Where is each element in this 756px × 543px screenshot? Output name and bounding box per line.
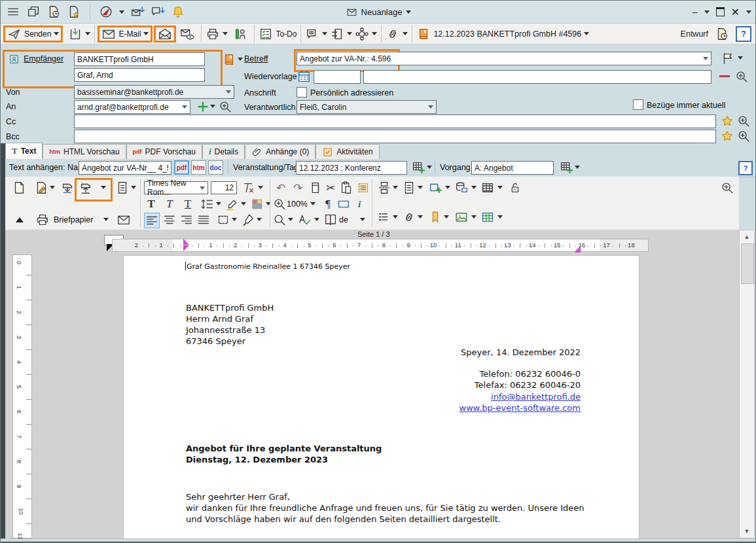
windows-icon[interactable]: [26, 5, 41, 19]
chevron-down-icon[interactable]: [427, 166, 432, 169]
chevron-down-icon[interactable]: [575, 166, 580, 169]
search-recipient-icon[interactable]: [218, 99, 232, 114]
chevron-down-icon[interactable]: [101, 186, 106, 189]
chevron-down-icon[interactable]: [322, 32, 327, 35]
save-file-button[interactable]: [67, 27, 92, 41]
chevron-down-icon[interactable]: [131, 186, 136, 189]
underline-button[interactable]: T: [181, 197, 195, 211]
navigation-compass-icon[interactable]: [99, 5, 113, 19]
clear-format-icon[interactable]: [241, 181, 255, 195]
cut-icon[interactable]: ✂: [323, 181, 338, 195]
align-center-button[interactable]: [162, 213, 177, 227]
scroll-down-button[interactable]: ▼: [740, 525, 753, 537]
workflow-button[interactable]: [353, 27, 378, 41]
chevron-down-icon[interactable]: [471, 215, 477, 219]
attach-htm-button[interactable]: htm: [191, 160, 206, 175]
favorites-star-icon[interactable]: [720, 129, 734, 143]
scroll-up-button[interactable]: ▲: [740, 231, 753, 243]
chevron-down-icon[interactable]: [50, 186, 55, 189]
references-current-checkbox[interactable]: [633, 99, 643, 110]
followup-note-field[interactable]: [363, 70, 711, 84]
chevron-down-icon[interactable]: [584, 32, 589, 35]
stationery-printer-icon[interactable]: [35, 213, 50, 227]
paste-icon[interactable]: [339, 181, 353, 195]
document-favorite-icon[interactable]: [67, 5, 81, 19]
mail-preview-icon[interactable]: [180, 27, 194, 41]
draft-document-icon[interactable]: [715, 27, 729, 41]
justify-button[interactable]: [196, 213, 211, 227]
add-recipient-icon[interactable]: [196, 99, 210, 114]
chevron-down-icon[interactable]: [216, 202, 221, 205]
page-layout-icon[interactable]: [115, 181, 130, 195]
dictionary-icon[interactable]: [323, 213, 338, 227]
chevron-down-icon[interactable]: [738, 56, 743, 60]
left-margin-marker[interactable]: [183, 239, 189, 245]
notification-bell-icon[interactable]: [171, 5, 185, 19]
align-left-button[interactable]: [144, 213, 160, 228]
close-button[interactable]: ✕: [731, 6, 740, 18]
highlighter-icon[interactable]: [225, 197, 240, 211]
new-document-icon[interactable]: [12, 181, 26, 195]
recipient-company-field[interactable]: [74, 52, 205, 66]
process-field[interactable]: [471, 161, 554, 175]
send-button[interactable]: Senden: [3, 26, 63, 43]
todo-button[interactable]: To-Do: [257, 27, 298, 41]
chevron-down-icon[interactable]: [471, 186, 477, 189]
bold-button[interactable]: T: [144, 197, 158, 211]
search-followup-icon[interactable]: [734, 69, 749, 84]
selection-frame-icon[interactable]: [216, 213, 230, 227]
followup-date-field[interactable]: [314, 70, 361, 84]
spellcheck-icon[interactable]: [297, 213, 312, 227]
collapse-toolbar-icon[interactable]: [16, 217, 24, 222]
insert-frame-icon[interactable]: [428, 181, 442, 195]
left-margin-marker[interactable]: [183, 245, 189, 251]
paragraph-marks-button[interactable]: ¶: [321, 197, 335, 211]
copy-icon[interactable]: [308, 181, 322, 195]
search-icon[interactable]: [272, 213, 287, 227]
link-button[interactable]: [384, 27, 409, 41]
recipient-contact-field[interactable]: [74, 68, 205, 82]
chevron-down-icon[interactable]: [497, 215, 503, 219]
font-family-select[interactable]: Times New Rom...: [144, 181, 208, 194]
tab-html-vorschau[interactable]: htm HTML Vorschau: [43, 144, 126, 159]
minimize-button[interactable]: –: [693, 7, 698, 17]
restore-button[interactable]: [716, 7, 725, 16]
open-mail-button[interactable]: [154, 26, 176, 43]
mail-import-icon[interactable]: [130, 5, 145, 19]
bcc-field[interactable]: [74, 130, 716, 143]
event-day-field[interactable]: [296, 161, 407, 175]
email-link[interactable]: info@bankettprofi.de: [491, 392, 581, 402]
chevron-down-icon[interactable]: [393, 215, 398, 219]
vertical-ruler[interactable]: 01234567891011: [12, 254, 32, 538]
chevron-down-icon[interactable]: [360, 218, 365, 221]
notes-button[interactable]: [304, 27, 329, 41]
align-right-button[interactable]: [179, 213, 194, 227]
redo-button[interactable]: ↷: [291, 181, 305, 195]
insert-event-table-icon[interactable]: [411, 160, 425, 175]
chevron-down-icon[interactable]: [85, 32, 90, 35]
database-field-icon[interactable]: [454, 181, 469, 195]
chevron-down-icon[interactable]: [403, 32, 408, 35]
envelope-print-icon[interactable]: [117, 213, 131, 227]
correspondence-button[interactable]: [329, 27, 353, 41]
subject-combobox[interactable]: Angebot zur VA-Nr.: 4.596: [297, 52, 711, 65]
chevron-down-icon[interactable]: [119, 10, 124, 14]
text-block-icon[interactable]: [402, 181, 416, 195]
flag-icon[interactable]: [721, 51, 735, 65]
page-break-icon[interactable]: [377, 181, 391, 195]
select-all-icon[interactable]: [356, 181, 370, 195]
search-cc-icon[interactable]: [736, 114, 751, 128]
document-history-icon[interactable]: [46, 5, 61, 19]
undo-button[interactable]: ↶: [274, 181, 288, 195]
email-button[interactable]: E-Mail: [98, 26, 153, 43]
line-spacing-icon[interactable]: [200, 197, 215, 211]
bookmark-icon[interactable]: [428, 210, 442, 224]
chevron-down-icon[interactable]: [445, 186, 450, 189]
calendar-icon[interactable]: [297, 69, 311, 84]
chevron-down-icon[interactable]: [143, 32, 149, 35]
tab-aktivitaeten[interactable]: Aktivitäten: [315, 144, 379, 159]
horizontal-ruler[interactable]: 210123456789101112131415161718: [112, 239, 649, 252]
chevron-down-icon[interactable]: [497, 186, 503, 189]
print-button[interactable]: [204, 27, 229, 41]
vertical-scrollbar[interactable]: ▲ ▼: [739, 230, 755, 538]
